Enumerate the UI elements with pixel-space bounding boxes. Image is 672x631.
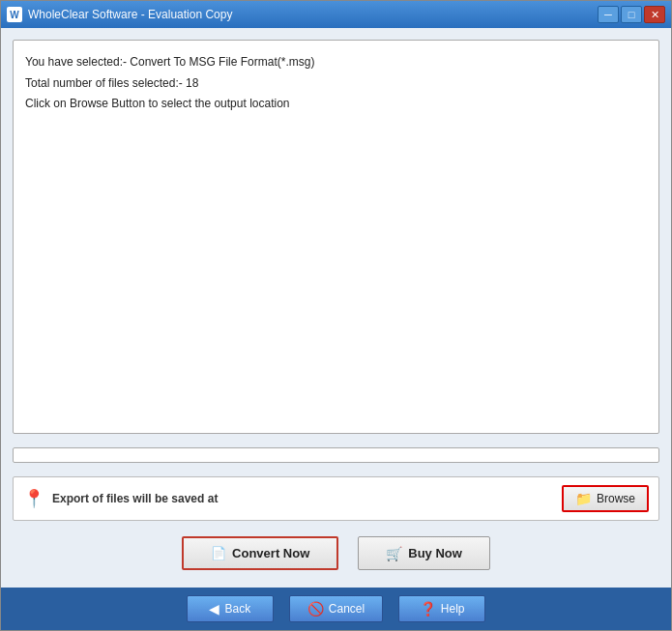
info-box: You have selected:- Convert To MSG File …: [13, 40, 659, 434]
maximize-button[interactable]: □: [621, 6, 642, 23]
browse-button[interactable]: 📁 Browse: [562, 485, 649, 512]
buy-button-label: Buy Now: [408, 546, 462, 560]
pin-icon: 📍: [23, 490, 44, 507]
window-controls: ─ □ ✕: [598, 6, 665, 23]
app-icon: W: [7, 7, 22, 22]
convert-icon: 📄: [211, 546, 226, 560]
help-button[interactable]: ❓ Help: [398, 595, 485, 622]
convert-button-label: Convert Now: [232, 546, 309, 560]
application-window: W WholeClear Software - Evaluation Copy …: [0, 0, 672, 631]
back-button[interactable]: ◀ Back: [187, 595, 274, 622]
folder-icon: 📁: [575, 491, 592, 506]
info-line-3: Click on Browse Button to select the out…: [25, 94, 647, 115]
action-row: 📄 Convert Now 🛒 Buy Now: [13, 531, 659, 576]
browse-row: 📍 Export of files will be saved at 📁 Bro…: [13, 476, 659, 521]
close-button[interactable]: ✕: [644, 6, 665, 23]
title-bar-left: W WholeClear Software - Evaluation Copy: [7, 7, 232, 22]
info-line-1: You have selected:- Convert To MSG File …: [25, 52, 647, 73]
browse-button-label: Browse: [597, 492, 635, 505]
info-line-2: Total number of files selected:- 18: [25, 73, 647, 95]
window-title: WholeClear Software - Evaluation Copy: [28, 8, 232, 21]
progress-bar-track: [13, 447, 659, 463]
browse-left: 📍 Export of files will be saved at: [23, 490, 218, 507]
buy-now-button[interactable]: 🛒 Buy Now: [358, 536, 490, 570]
progress-area: [13, 444, 659, 467]
cancel-button[interactable]: 🚫 Cancel: [289, 595, 383, 622]
main-content: You have selected:- Convert To MSG File …: [1, 28, 671, 588]
convert-now-button[interactable]: 📄 Convert Now: [182, 536, 338, 570]
cart-icon: 🛒: [386, 546, 402, 561]
minimize-button[interactable]: ─: [598, 6, 619, 23]
browse-label: Export of files will be saved at: [52, 492, 218, 505]
cancel-button-label: Cancel: [329, 602, 365, 616]
back-icon: ◀: [209, 601, 219, 617]
cancel-icon: 🚫: [307, 601, 324, 617]
back-button-label: Back: [224, 602, 250, 616]
title-bar: W WholeClear Software - Evaluation Copy …: [1, 1, 671, 28]
help-icon: ❓: [420, 601, 436, 617]
help-button-label: Help: [441, 602, 465, 616]
bottom-bar: ◀ Back 🚫 Cancel ❓ Help: [1, 588, 671, 630]
